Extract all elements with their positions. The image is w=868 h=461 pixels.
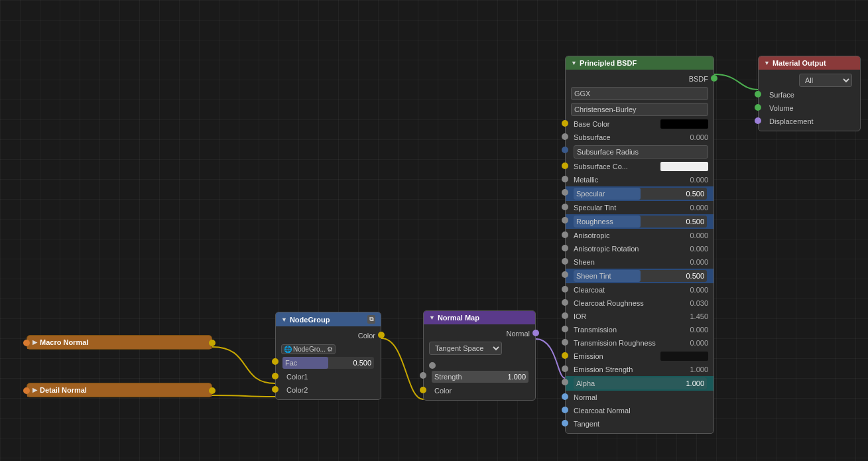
- bsdf-metallic-socket[interactable]: [562, 176, 568, 182]
- bsdf-ssradius-row[interactable]: Subsurface Radius: [566, 144, 713, 160]
- bsdf-emission-row: Emission: [566, 350, 713, 363]
- bsdf-sscolor-swatch[interactable]: [660, 162, 708, 171]
- bsdf-speculartint-value: 0.000: [690, 204, 708, 212]
- material-output-node: ▼ Material Output All Cycles EEVEE Surfa…: [758, 56, 861, 131]
- bsdf-emission-socket[interactable]: [562, 352, 568, 359]
- bsdf-transrough-label: Transmission Roughness: [574, 339, 690, 347]
- bsdf-speculartint-socket[interactable]: [562, 204, 568, 210]
- nodegroup-collapse[interactable]: ▼: [281, 316, 287, 323]
- detail-normal-output[interactable]: [209, 387, 216, 394]
- bsdf-tangent-socket[interactable]: [562, 420, 568, 427]
- bsdf-basecolor-socket[interactable]: [562, 120, 568, 127]
- bsdf-sscolor-socket[interactable]: [562, 163, 568, 169]
- nodegroup-color1-socket[interactable]: [272, 373, 279, 379]
- bsdf-subsurface-socket[interactable]: [562, 133, 568, 140]
- bsdf-clearcoatrough-label: Clearcoat Roughness: [574, 299, 690, 307]
- output-target-select[interactable]: All Cycles EEVEE: [799, 74, 852, 87]
- bsdf-sheen-socket[interactable]: [562, 258, 568, 265]
- nodegroup-fac-slider[interactable]: Fac 0.500: [282, 357, 374, 369]
- bsdf-ior-socket[interactable]: [562, 312, 568, 319]
- bsdf-clearcoat-socket[interactable]: [562, 286, 568, 293]
- output-displacement-socket[interactable]: [755, 117, 761, 124]
- bsdf-sheentint-socket[interactable]: [562, 271, 568, 278]
- bsdf-output[interactable]: [711, 75, 717, 82]
- bsdf-normal-socket[interactable]: [562, 393, 568, 400]
- bsdf-ggx-select[interactable]: GGX: [571, 87, 708, 100]
- bsdf-emisstrength-socket[interactable]: [562, 365, 568, 372]
- bsdf-clearcoatnormal-label: Clearcoat Normal: [574, 407, 631, 415]
- nodegroup-color-output-row: Color: [276, 329, 381, 342]
- bsdf-cb-row[interactable]: Christensen-Burley: [566, 101, 713, 117]
- bsdf-sheen-row: Sheen 0.000: [566, 255, 713, 269]
- nodegroup-color1-label: Color1: [286, 373, 308, 381]
- nodegroup-color-output[interactable]: [378, 332, 385, 338]
- output-volume-socket[interactable]: [755, 104, 761, 111]
- bsdf-ssradius-select[interactable]: Subsurface Radius: [574, 145, 708, 159]
- normalmap-tangent-row[interactable]: Tangent Space Object Space World Space: [424, 340, 535, 356]
- detail-normal-input[interactable]: [23, 387, 30, 394]
- bsdf-transmission-socket[interactable]: [562, 326, 568, 332]
- normalmap-color-socket[interactable]: [420, 387, 426, 393]
- nodegroup-color2-socket[interactable]: [272, 386, 279, 393]
- output-surface-row: Surface: [759, 88, 860, 101]
- normalmap-output[interactable]: [532, 330, 539, 336]
- bsdf-roughness-socket[interactable]: [562, 217, 568, 224]
- normalmap-tangent-select[interactable]: Tangent Space Object Space World Space: [429, 342, 502, 355]
- bsdf-clearcoat-value: 0.000: [690, 286, 708, 294]
- normalmap-strength-slider[interactable]: Strength 1.000: [432, 371, 528, 383]
- bsdf-transrough-socket[interactable]: [562, 339, 568, 346]
- bsdf-basecolor-swatch[interactable]: [660, 119, 708, 129]
- normalmap-color-row: Color: [424, 384, 535, 397]
- bsdf-clearcoatnormal-socket[interactable]: [562, 407, 568, 413]
- normalmap-dot-row: [424, 356, 535, 369]
- bsdf-clearcoatrough-socket[interactable]: [562, 299, 568, 306]
- output-surface-label: Surface: [769, 91, 794, 99]
- output-dropdown-row[interactable]: All Cycles EEVEE: [759, 72, 860, 88]
- specular-value: 0.500: [686, 190, 704, 198]
- bsdf-specular-slider[interactable]: Specular 0.500: [574, 188, 707, 200]
- bsdf-sheentint-slider[interactable]: Sheen Tint 0.500: [574, 270, 707, 282]
- bsdf-alpha-slider[interactable]: Alpha 1.000: [574, 377, 707, 389]
- sheentint-label: Sheen Tint: [574, 272, 614, 280]
- bsdf-ggx-row[interactable]: GGX: [566, 86, 713, 101]
- normalmap-dot-socket[interactable]: [429, 362, 436, 369]
- bsdf-alpha-socket[interactable]: [562, 379, 568, 385]
- nodegroup-ref-btn[interactable]: 🌐 NodeGro... ⚙: [281, 344, 336, 354]
- collapse-icon[interactable]: ▶: [32, 339, 37, 346]
- bsdf-clearcoatnormal-row: Clearcoat Normal: [566, 404, 713, 417]
- bsdf-cb-select[interactable]: Christensen-Burley: [571, 103, 708, 116]
- bsdf-collapse[interactable]: ▼: [571, 60, 577, 66]
- roughness-label: Roughness: [574, 218, 616, 226]
- bsdf-sscolor-row: Subsurface Co...: [566, 160, 713, 173]
- output-collapse[interactable]: ▼: [764, 60, 770, 66]
- bsdf-specular-socket[interactable]: [562, 189, 568, 196]
- alpha-value: 1.000: [686, 379, 704, 387]
- strength-value: 1.000: [507, 373, 526, 381]
- detail-normal-title: Detail Normal: [40, 386, 87, 394]
- macro-normal-input[interactable]: [23, 340, 30, 346]
- normalmap-strength-socket[interactable]: [420, 372, 426, 379]
- bsdf-emisstrength-value: 1.000: [690, 365, 708, 373]
- bsdf-ssradius-socket[interactable]: [562, 147, 568, 153]
- bsdf-roughness-slider[interactable]: Roughness 0.500: [574, 216, 707, 228]
- bsdf-normal-row: Normal: [566, 391, 713, 404]
- bsdf-clearcoatrough-row: Clearcoat Roughness 0.030: [566, 296, 713, 310]
- bsdf-anisotropic-value: 0.000: [690, 231, 708, 239]
- macro-normal-output[interactable]: [209, 340, 216, 346]
- bsdf-anisorot-socket[interactable]: [562, 245, 568, 251]
- nodegroup-fac-socket[interactable]: [272, 358, 279, 365]
- output-displacement-row: Displacement: [759, 115, 860, 128]
- normalmap-collapse[interactable]: ▼: [429, 314, 435, 321]
- collapse-icon-detail[interactable]: ▶: [32, 387, 37, 393]
- bsdf-anisotropic-socket[interactable]: [562, 231, 568, 238]
- output-surface-socket[interactable]: [755, 91, 761, 98]
- bsdf-title: Principled BSDF: [580, 59, 637, 67]
- bsdf-emission-swatch[interactable]: [660, 352, 708, 361]
- output-volume-label: Volume: [769, 104, 794, 112]
- roughness-value: 0.500: [686, 218, 704, 226]
- normalmap-color-label: Color: [434, 387, 452, 395]
- bsdf-output-row: BSDF: [566, 72, 713, 86]
- bsdf-anisotropic-label: Anisotropic: [574, 231, 690, 239]
- bsdf-sheentint-row: Sheen Tint 0.500: [566, 269, 713, 283]
- bsdf-subsurface-value: 0.000: [690, 133, 708, 141]
